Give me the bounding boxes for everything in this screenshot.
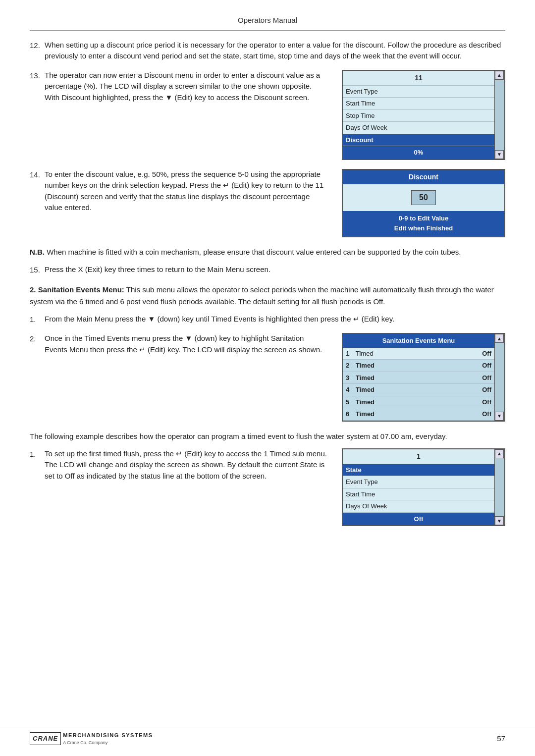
- sanitation-table-header: Sanitation Events Menu: [343, 334, 494, 348]
- item-15-body: Press the X (Exit) key three times to re…: [45, 264, 505, 275]
- item-14-text-block: 14. To enter the discount value, e.g. 50…: [30, 169, 337, 221]
- footer-logo-main: MERCHANDISING SYSTEMS: [63, 731, 153, 740]
- lcd-instruction-line2: Edit when Finished: [346, 223, 501, 234]
- timed-scroll-up-btn[interactable]: ▲: [495, 449, 504, 458]
- lcd-timed-submenu: 1 State Event Type Start Time Days Of We…: [342, 448, 505, 527]
- lcd-timed-row-days-of-week: Days Of Week: [343, 500, 494, 513]
- lcd-discount-input[interactable]: 50: [411, 190, 436, 205]
- list-item-14: 14. To enter the discount value, e.g. 50…: [30, 169, 327, 214]
- section-timed-item-1: 1. To set up the first timed flush, pres…: [30, 448, 505, 527]
- lcd-title-num: 11: [343, 71, 494, 86]
- item-12-text: When setting up a discount price period …: [45, 40, 505, 62]
- san-row6-val: Off: [467, 409, 491, 419]
- sanitation-row-4: 4 Timed Off: [343, 384, 494, 396]
- page-footer: CRANE MERCHANDISING SYSTEMS A Crane Co. …: [0, 727, 535, 746]
- lcd-instruction-line1: 0-9 to Edit Value: [346, 214, 501, 224]
- sanitation-table: Sanitation Events Menu 1 Timed Off 2 Tim…: [343, 334, 494, 421]
- lcd-scroll-panel: ▲ ▼: [494, 71, 504, 159]
- lcd-discount-input-area: 50: [343, 184, 504, 211]
- sanitation-row-6: 6 Timed Off: [343, 408, 494, 421]
- lcd-row-start-time: Start Time: [343, 98, 494, 110]
- scroll-up-btn[interactable]: ▲: [495, 71, 504, 80]
- san-row4-val: Off: [467, 385, 491, 395]
- lcd-row-event-type: Event Type: [343, 86, 494, 98]
- sanitation-item-1: 1. From the Main Menu press the ▼ (down)…: [30, 314, 505, 325]
- sanitation-item-2-body: Once in the Timed Events menu press the …: [45, 333, 327, 355]
- timed-item-1-text-block: 1. To set up the first timed flush, pres…: [30, 448, 337, 490]
- page-number: 57: [497, 733, 505, 745]
- lcd-discount-menu-widget: 11 Event Type Start Time Stop Time Days …: [342, 70, 505, 160]
- sanitation-item-2: 2. Once in the Timed Events menu press t…: [30, 333, 327, 355]
- page-header: Operators Manual: [30, 15, 505, 31]
- footer-logo: CRANE MERCHANDISING SYSTEMS A Crane Co. …: [30, 731, 153, 746]
- san-row2-num: 2: [346, 361, 356, 371]
- lcd-discount-instructions: 0-9 to Edit Value Edit when Finished: [343, 211, 504, 237]
- lcd-timed-row-start-time-label: Start Time: [346, 489, 491, 499]
- sanitation-row-2: 2 Timed Off: [343, 360, 494, 372]
- section-item-14: 14. To enter the discount value, e.g. 50…: [30, 169, 505, 238]
- item-number-12: 12.: [30, 40, 45, 52]
- lcd-timed-submenu-widget: 1 State Event Type Start Time Days Of We…: [342, 448, 505, 527]
- sanitation-scroll-up-btn[interactable]: ▲: [495, 334, 504, 343]
- item-number-13: 13.: [30, 70, 45, 82]
- section2-paragraph: 2. Sanitation Events Menu: This sub menu…: [30, 284, 505, 308]
- san-row3-num: 3: [346, 373, 356, 383]
- section-item-13: 13. The operator can now enter a Discoun…: [30, 70, 505, 160]
- sanitation-item-1-body: From the Main Menu press the ▼ (down) ke…: [45, 314, 505, 325]
- sanitation-row-1: 1 Timed Off: [343, 348, 494, 360]
- timed-scroll-down-btn[interactable]: ▼: [495, 516, 504, 525]
- list-item-15: 15. Press the X (Exit) key three times t…: [30, 264, 505, 276]
- lcd-row-stop-time-label: Stop Time: [346, 111, 491, 121]
- lcd-row-discount-highlighted: Discount: [343, 134, 494, 147]
- list-item-13: 13. The operator can now enter a Discoun…: [30, 70, 327, 104]
- lcd-discount-screen: Discount 50 0-9 to Edit Value Edit when …: [342, 169, 505, 238]
- lcd-timed-row-event-type: Event Type: [343, 476, 494, 488]
- san-row2-val: Off: [467, 361, 491, 371]
- timed-list-item-1: 1. To set up the first timed flush, pres…: [30, 448, 327, 482]
- san-row6-type: Timed: [356, 409, 467, 419]
- san-row5-val: Off: [467, 397, 491, 407]
- san-row2-type: Timed: [356, 361, 467, 371]
- san-row5-num: 5: [346, 397, 356, 407]
- lcd-sanitation-menu-widget: Sanitation Events Menu 1 Timed Off 2 Tim…: [342, 333, 505, 422]
- lcd-row-stop-time: Stop Time: [343, 110, 494, 122]
- item-13-body: The operator can now enter a Discount me…: [45, 70, 327, 104]
- lcd-timed-row-event-type-label: Event Type: [346, 477, 491, 487]
- sanitation-row-5: 5 Timed Off: [343, 396, 494, 409]
- item-13-text-block: 13. The operator can now enter a Discoun…: [30, 70, 337, 111]
- lcd-sanitation-scroll-panel: ▲ ▼: [494, 334, 504, 421]
- item-number-15: 15.: [30, 264, 45, 276]
- lcd-discount-header: Discount: [343, 170, 504, 184]
- san-row1-num: 1: [346, 349, 356, 359]
- sanitation-item-1-num: 1.: [30, 314, 45, 325]
- header-title: Operators Manual: [238, 16, 297, 24]
- sanitation-scroll-down-btn[interactable]: ▼: [495, 412, 504, 421]
- following-text: The following example describes how the …: [30, 431, 505, 442]
- sanitation-row-3: 3 Timed Off: [343, 372, 494, 384]
- item-number-14: 14.: [30, 169, 45, 181]
- scroll-down-btn[interactable]: ▼: [495, 150, 504, 159]
- crane-logo: CRANE: [30, 732, 61, 745]
- sanitation-item-2-num: 2.: [30, 333, 45, 345]
- lcd-row-discount-label: Discount: [346, 135, 491, 145]
- san-row1-type: Timed: [356, 349, 467, 359]
- sanitation-item-2-text-block: 2. Once in the Timed Events menu press t…: [30, 333, 337, 363]
- san-row3-type: Timed: [356, 373, 467, 383]
- footer-logo-sub: A Crane Co. Company: [63, 740, 153, 747]
- lcd-sanitation-main: Sanitation Events Menu 1 Timed Off 2 Tim…: [343, 334, 494, 421]
- san-row5-type: Timed: [356, 397, 467, 407]
- lcd-row-days-of-week: Days Of Week: [343, 122, 494, 134]
- san-row6-num: 6: [346, 409, 356, 419]
- san-row1-val: Off: [467, 349, 491, 359]
- lcd-row-event-type-label: Event Type: [346, 87, 491, 97]
- timed-item-1-body: To set up the first timed flush, press t…: [45, 448, 327, 482]
- lcd-row-days-label: Days Of Week: [346, 123, 491, 133]
- section2-heading: 2. Sanitation Events Menu:: [30, 285, 124, 294]
- nb-prefix: N.B.: [30, 248, 45, 256]
- lcd-timed-row-state-label: State: [346, 465, 491, 475]
- lcd-discount-menu: 11 Event Type Start Time Stop Time Days …: [342, 70, 505, 160]
- lcd-discount-screen-widget: Discount 50 0-9 to Edit Value Edit when …: [342, 169, 505, 238]
- lcd-timed-title-num: 1: [343, 449, 494, 464]
- lcd-timed-row-days-label: Days Of Week: [346, 501, 491, 511]
- nb-body: When machine is fitted with a coin mecha…: [45, 248, 461, 256]
